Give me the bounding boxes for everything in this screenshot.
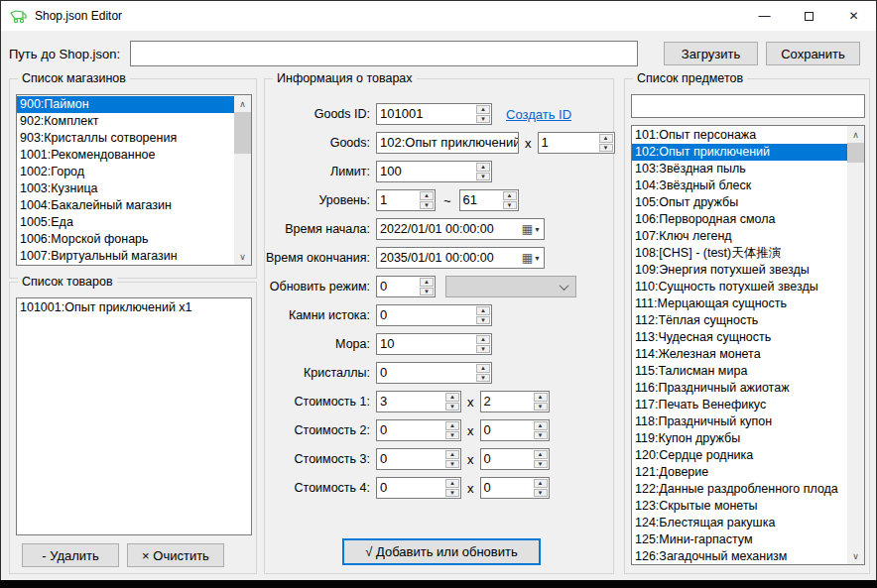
list-item[interactable]: 126:Загадочный механизм [632,548,847,565]
list-item[interactable]: 101001:Опыт приключений x1 [17,299,251,316]
cost4-count-value[interactable]: 0 [481,478,533,498]
spin-up-icon[interactable]: ▲ [420,278,434,287]
spin-up-icon[interactable]: ▲ [534,479,548,488]
save-button[interactable]: Сохранить [766,42,860,65]
spin-down-icon[interactable]: ▼ [476,374,490,383]
list-item[interactable]: 104:Звёздный блеск [632,177,847,194]
list-item[interactable]: 103:Звёздная пыль [632,161,847,177]
spin-up-icon[interactable]: ▲ [503,191,517,200]
spin-up-icon[interactable]: ▲ [534,450,548,459]
spin-up-icon[interactable]: ▲ [534,393,548,402]
scroll-thumb[interactable] [234,112,251,154]
spin-up-icon[interactable]: ▲ [476,105,490,114]
spin-up-icon[interactable]: ▲ [476,364,490,373]
spin-down-icon[interactable]: ▼ [534,489,548,498]
list-item[interactable]: 122:Данные раздробленного плода [632,481,847,498]
spin-up-icon[interactable]: ▲ [599,134,613,143]
spin-down-icon[interactable]: ▼ [445,460,459,469]
cost1-count-spinner[interactable]: 2 ▲▼ [480,391,550,412]
list-item[interactable]: 1007:Виртуальный магазин [17,248,234,265]
list-item[interactable]: 902:Комплект [17,113,234,130]
list-item[interactable]: 125:Мини-гарпастум [632,531,847,548]
chevron-down-icon[interactable]: ▼ [534,255,541,262]
list-item[interactable]: 903:Кристаллы сотворения [17,130,234,147]
list-item[interactable]: 114:Железная монета [632,346,847,363]
level-min-spinner[interactable]: 1 ▲▼ [376,189,436,211]
primogems-value[interactable]: 0 [377,305,475,325]
cost1-count-value[interactable]: 2 [481,392,533,412]
begin-time-value[interactable]: 2022/01/01 00:00:00 [377,222,522,236]
list-item[interactable]: 117:Печать Венефикус [632,397,847,413]
spin-down-icon[interactable]: ▼ [420,201,434,210]
spin-down-icon[interactable]: ▼ [476,316,490,325]
goods-count-value[interactable]: 1 [539,133,598,153]
scroll-thumb[interactable] [847,143,864,163]
maximize-button[interactable] [787,1,831,31]
end-time-picker[interactable]: 2035/01/01 00:00:00 ▦ ▼ [376,247,545,269]
list-item[interactable]: 115:Талисман мира [632,363,847,380]
limit-value[interactable]: 100 [377,162,475,181]
items-scrollbar[interactable]: ∧ ∨ [847,126,864,564]
cost1-id-spinner[interactable]: 3 ▲▼ [376,391,461,412]
limit-spinner[interactable]: 100 ▲▼ [376,161,492,182]
list-item[interactable]: 111:Мерцающая сущность [632,295,847,312]
spin-up-icon[interactable]: ▲ [476,306,490,315]
mora-spinner[interactable]: 10 ▲▼ [376,333,492,355]
cost1-id-value[interactable]: 3 [377,392,444,412]
list-item[interactable]: 102:Опыт приключений [632,144,847,161]
cost3-id-spinner[interactable]: 0 ▲▼ [376,448,461,470]
list-item[interactable]: 124:Блестящая ракушка [632,515,847,531]
items-search-input[interactable] [631,94,865,118]
list-item[interactable]: 1003:Кузница [17,180,234,197]
spin-down-icon[interactable]: ▼ [534,403,548,412]
path-input[interactable] [130,41,638,66]
crystals-value[interactable]: 0 [377,363,475,383]
minimize-button[interactable]: — [742,1,787,31]
goods-id-spinner[interactable]: 101001 ▲▼ [376,103,492,125]
cost3-count-value[interactable]: 0 [481,449,533,469]
list-item[interactable]: 900:Паймон [17,96,234,113]
list-item[interactable]: 106:Первородная смола [632,211,847,228]
spin-down-icon[interactable]: ▼ [534,431,548,440]
list-item[interactable]: 108:[CHS] - (test)天体推演 [632,245,847,262]
scroll-up-icon[interactable]: ∧ [847,126,864,143]
crystals-spinner[interactable]: 0 ▲▼ [376,362,492,384]
spin-up-icon[interactable]: ▲ [445,421,459,430]
spin-down-icon[interactable]: ▼ [476,345,490,354]
list-item[interactable]: 121:Доверие [632,464,847,481]
chevron-down-icon[interactable]: ▼ [534,226,541,233]
list-item[interactable]: 1004:Бакалейный магазин [17,197,234,214]
spin-up-icon[interactable]: ▲ [476,335,490,344]
spin-down-icon[interactable]: ▼ [534,460,548,469]
list-item[interactable]: 119:Купон дружбы [632,430,847,447]
add-or-update-button[interactable]: √ Добавить или обновить [342,538,541,565]
list-item[interactable]: 112:Тёплая сущность [632,312,847,329]
list-item[interactable]: 116:Праздничный ажиотаж [632,380,847,397]
cost4-count-spinner[interactable]: 0 ▲▼ [480,477,550,499]
level-max-value[interactable]: 61 [460,190,502,210]
goods-input[interactable]: 102:Опыт приключений [376,132,519,154]
cost2-id-value[interactable]: 0 [377,420,444,440]
spin-up-icon[interactable]: ▲ [445,450,459,459]
mora-value[interactable]: 10 [377,334,475,354]
spin-down-icon[interactable]: ▼ [420,288,434,296]
list-item[interactable]: 109:Энергия потухшей звезды [632,262,847,279]
list-item[interactable]: 1001:Рекомендованное [17,147,234,164]
create-id-link[interactable]: Создать ID [506,107,571,122]
load-button[interactable]: Загрузить [664,42,758,65]
goods-id-value[interactable]: 101001 [377,104,475,124]
list-item[interactable]: 1006:Морской фонарь [17,231,234,248]
spin-up-icon[interactable]: ▲ [476,163,490,172]
cost3-count-spinner[interactable]: 0 ▲▼ [480,448,550,470]
cost2-count-value[interactable]: 0 [481,420,533,440]
clear-button[interactable]: × Очистить [127,543,224,567]
list-item[interactable]: 105:Опыт дружбы [632,194,847,211]
goods-count-spinner[interactable]: 1 ▲▼ [538,132,615,154]
spin-up-icon[interactable]: ▲ [445,479,459,488]
spin-down-icon[interactable]: ▼ [445,403,459,412]
spin-down-icon[interactable]: ▼ [445,489,459,498]
list-item[interactable]: 120:Сердце родника [632,447,847,464]
list-item[interactable]: 123:Скрытые монеты [632,498,847,515]
list-item[interactable]: 110:Сущность потухшей звезды [632,279,847,295]
close-button[interactable]: ✕ [831,1,876,31]
